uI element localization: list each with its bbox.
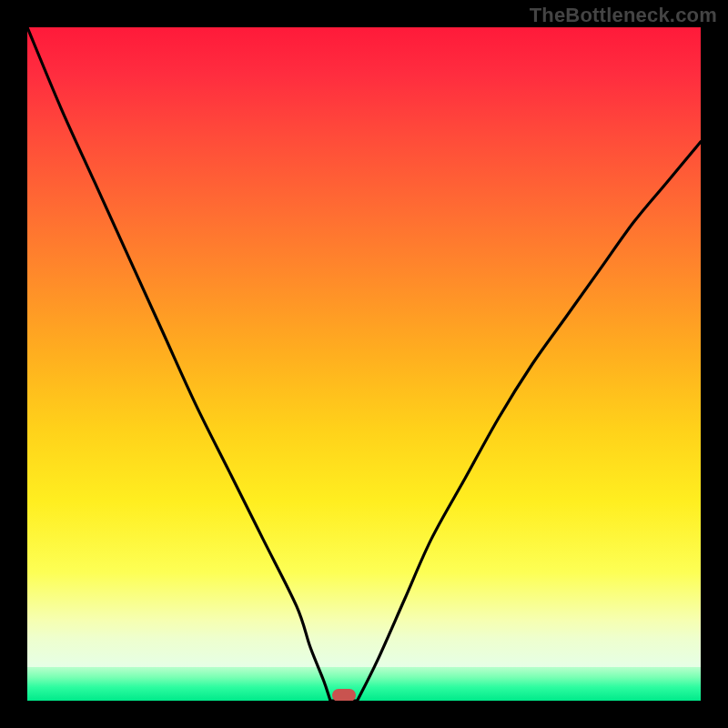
curve-left (27, 27, 330, 701)
curve-right (358, 142, 701, 701)
watermark-text: TheBottleneck.com (530, 4, 717, 27)
chart-frame: TheBottleneck.com (0, 0, 728, 728)
plot-area (27, 27, 701, 701)
optimum-marker (332, 689, 356, 701)
curve-layer (27, 27, 701, 701)
